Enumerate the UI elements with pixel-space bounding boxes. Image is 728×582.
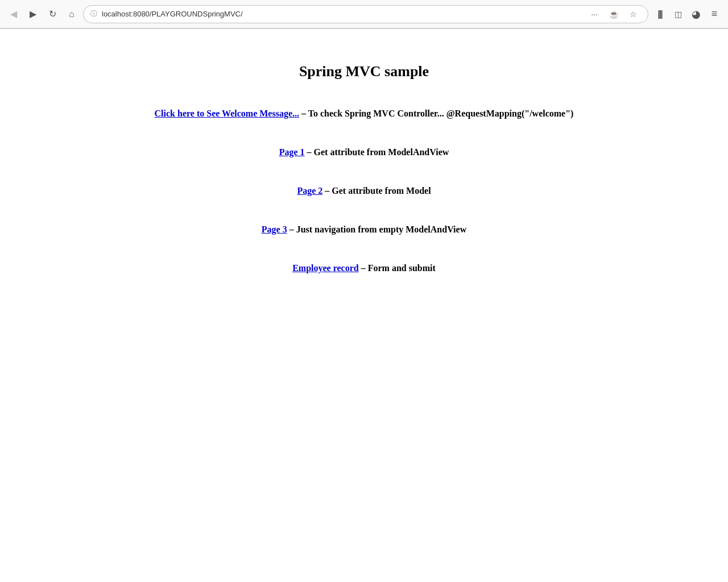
- more-button[interactable]: ···: [586, 6, 602, 22]
- employee-link-row: Employee record – Form and submit: [292, 263, 436, 273]
- menu-button[interactable]: ≡: [706, 6, 722, 22]
- forward-button[interactable]: ▶: [25, 6, 41, 22]
- page3-separator: –: [287, 225, 296, 234]
- page3-description: Just navigation from empty ModelAndView: [296, 225, 467, 234]
- page-title: Spring MVC sample: [299, 63, 429, 80]
- synced-tabs-button[interactable]: ◫: [670, 6, 686, 22]
- menu-icon: ≡: [712, 8, 718, 20]
- welcome-separator: –: [299, 109, 308, 118]
- library-icon: |||: [657, 9, 661, 19]
- welcome-description: To check Spring MVC Controller... @Reque…: [308, 109, 574, 118]
- lock-icon: ⓘ: [90, 9, 97, 19]
- address-bar-actions: ··· ☕ ☆: [586, 6, 641, 22]
- page2-link-row: Page 2 – Get attribute from Model: [297, 186, 431, 196]
- employee-link[interactable]: Employee record: [292, 263, 359, 273]
- extensions-icon: ◕: [692, 8, 701, 20]
- refresh-button[interactable]: ↻: [44, 6, 60, 22]
- welcome-link-row: Click here to See Welcome Message... – T…: [155, 109, 574, 119]
- refresh-icon: ↻: [49, 9, 56, 19]
- toolbar-right: ||| ◫ ◕ ≡: [652, 6, 722, 22]
- bookmark-button[interactable]: ☆: [625, 6, 641, 22]
- welcome-link[interactable]: Click here to See Welcome Message...: [155, 109, 299, 118]
- employee-description: Form and submit: [368, 263, 436, 273]
- synced-tabs-icon: ◫: [675, 10, 682, 19]
- extensions-button[interactable]: ◕: [688, 6, 704, 22]
- more-icon: ···: [591, 10, 598, 19]
- page1-description: Get attribute from ModelAndView: [314, 147, 449, 157]
- page-content: Spring MVC sample Click here to See Welc…: [0, 29, 728, 582]
- home-icon: ⌂: [69, 9, 75, 19]
- page1-link[interactable]: Page 1: [279, 147, 305, 157]
- browser-chrome: ◀ ▶ ↻ ⌂ ⓘ ··· ☕ ☆: [0, 0, 728, 29]
- forward-icon: ▶: [30, 9, 36, 19]
- pocket-button[interactable]: ☕: [606, 6, 622, 22]
- page3-link[interactable]: Page 3: [262, 225, 287, 234]
- page2-separator: –: [322, 186, 332, 196]
- employee-separator: –: [359, 263, 368, 273]
- page2-description: Get attribute from Model: [332, 186, 431, 196]
- page3-link-row: Page 3 – Just navigation from empty Mode…: [262, 225, 466, 235]
- url-input[interactable]: [102, 10, 582, 18]
- back-button[interactable]: ◀: [6, 6, 22, 22]
- pocket-icon: ☕: [609, 10, 619, 19]
- star-icon: ☆: [630, 10, 637, 19]
- home-button[interactable]: ⌂: [64, 6, 80, 22]
- address-bar[interactable]: ⓘ ··· ☕ ☆: [83, 5, 648, 23]
- back-icon: ◀: [10, 9, 17, 19]
- page1-separator: –: [305, 147, 314, 157]
- page2-link[interactable]: Page 2: [297, 186, 322, 196]
- browser-toolbar: ◀ ▶ ↻ ⌂ ⓘ ··· ☕ ☆: [0, 0, 728, 28]
- library-button[interactable]: |||: [652, 6, 668, 22]
- page1-link-row: Page 1 – Get attribute from ModelAndView: [279, 147, 449, 157]
